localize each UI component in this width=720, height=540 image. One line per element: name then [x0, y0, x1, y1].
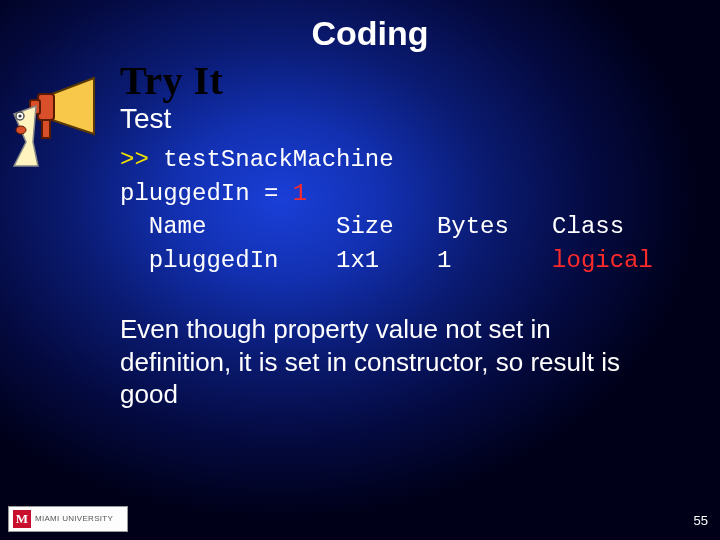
cmd: testSnackMachine — [163, 146, 393, 173]
logo-m: M — [13, 510, 31, 528]
svg-point-7 — [16, 126, 26, 134]
hdr-class: Class — [552, 213, 624, 240]
row-bytes: 1 — [437, 247, 451, 274]
megaphone-icon — [8, 70, 108, 170]
row-size: 1x1 — [336, 247, 379, 274]
out-line-1b: 1 — [293, 180, 307, 207]
footer-logo: M MIAMI UNIVERSITY — [8, 506, 128, 532]
slide: Coding Try It Test >> testSnackMachine p… — [0, 0, 720, 540]
try-it-heading: Try It — [120, 61, 660, 101]
out-line-1a: pluggedIn = — [120, 180, 293, 207]
code-block: >> testSnackMachine pluggedIn = 1 Name S… — [120, 143, 660, 277]
body-text: Even though property value not set in de… — [120, 313, 660, 411]
test-label: Test — [120, 103, 660, 135]
hdr-name: Name — [149, 213, 207, 240]
svg-marker-0 — [52, 78, 94, 134]
svg-rect-3 — [42, 120, 50, 138]
slide-title: Coding — [120, 14, 660, 53]
prompt: >> — [120, 146, 163, 173]
hdr-size: Size — [336, 213, 394, 240]
row-name: pluggedIn — [149, 247, 279, 274]
hdr-bytes: Bytes — [437, 213, 509, 240]
page-number: 55 — [694, 513, 708, 528]
logo-text: MIAMI UNIVERSITY — [35, 515, 113, 523]
svg-point-6 — [18, 114, 21, 117]
row-class: logical — [552, 247, 653, 274]
